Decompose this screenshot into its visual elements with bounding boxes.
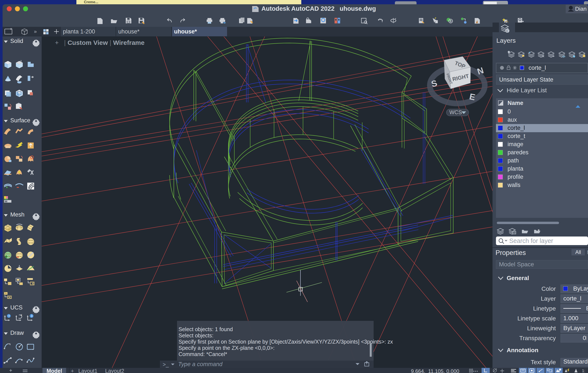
svg-text:Surface: Surface	[10, 117, 30, 124]
svg-text:Draw: Draw	[10, 330, 24, 336]
svg-text:3: 3	[31, 314, 32, 318]
svg-text:Solid: Solid	[10, 38, 23, 44]
svg-text:x: x	[21, 313, 22, 317]
svg-text:WCS: WCS	[449, 109, 462, 115]
svg-text:Mesh: Mesh	[10, 211, 24, 218]
svg-text:UCS: UCS	[10, 304, 22, 311]
